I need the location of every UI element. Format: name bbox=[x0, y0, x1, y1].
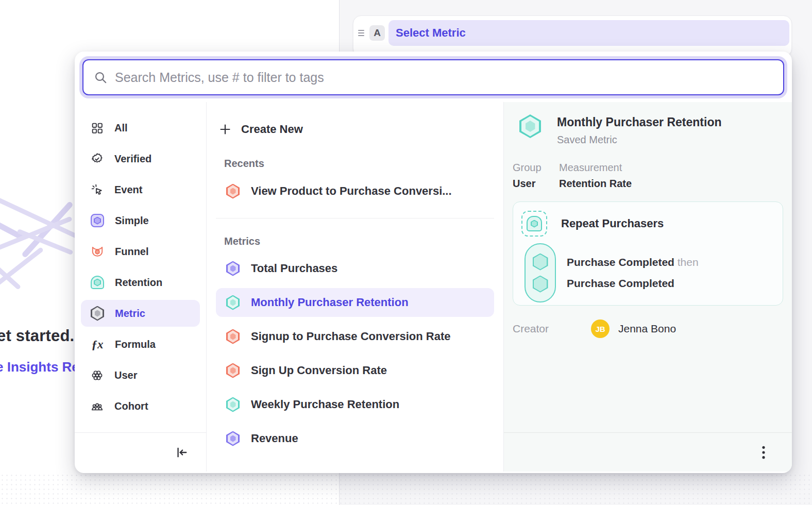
step-1: Purchase Completed then bbox=[567, 256, 699, 268]
sidebar-item-label: Verified bbox=[114, 153, 151, 165]
select-metric-button[interactable]: Select Metric bbox=[388, 20, 789, 46]
sidebar-item-label: Cohort bbox=[114, 400, 148, 412]
sidebar-item-label: User bbox=[114, 369, 137, 381]
metric-hexagon-icon bbox=[226, 295, 240, 310]
sidebar-item-label: Formula bbox=[115, 339, 156, 350]
creator-row: Creator JB Jenna Bono bbox=[513, 319, 783, 338]
event-hexagon-icon bbox=[533, 254, 548, 271]
sidebar-item-event[interactable]: Event bbox=[81, 176, 200, 203]
creator-label: Creator bbox=[513, 323, 591, 335]
metric-list-item[interactable]: Total Purchases bbox=[216, 254, 494, 283]
sidebar-item-label: Funnel bbox=[115, 246, 149, 258]
metric-hexagon-icon bbox=[226, 261, 240, 276]
event-icon bbox=[91, 183, 104, 196]
user-icon bbox=[91, 369, 104, 382]
retention-definition-icon bbox=[521, 211, 547, 237]
sidebar-item-metric[interactable]: Metric bbox=[81, 300, 200, 327]
plus-icon bbox=[219, 123, 231, 136]
metric-hexagon-icon bbox=[226, 397, 240, 412]
funnel-icon bbox=[91, 245, 104, 258]
drag-handle-icon[interactable] bbox=[358, 30, 366, 36]
sidebar-item-label: Metric bbox=[115, 308, 145, 319]
metric-hexagon-icon bbox=[226, 363, 240, 378]
sidebar-item-all[interactable]: All bbox=[81, 114, 200, 141]
sidebar-item-simple[interactable]: Simple bbox=[81, 207, 200, 234]
metric-icon bbox=[91, 306, 104, 321]
metric-list-item-selected[interactable]: Monthly Purchaser Retention bbox=[216, 288, 494, 317]
event-hexagon-icon bbox=[533, 276, 548, 293]
kebab-menu-icon[interactable] bbox=[757, 445, 770, 460]
definition-card: Repeat Purchasers Purchase Completed the… bbox=[513, 201, 783, 306]
search-input[interactable] bbox=[115, 60, 783, 94]
measurement-value: Retention Rate bbox=[559, 178, 632, 190]
retention-steps-capsule bbox=[525, 243, 556, 302]
screen: et started. e Insights Re A Select Metri… bbox=[0, 0, 812, 505]
recent-item-label: View Product to Purchase Conversi... bbox=[251, 184, 452, 198]
grid-icon bbox=[91, 122, 104, 134]
retention-icon bbox=[91, 276, 104, 289]
avatar: JB bbox=[591, 319, 610, 338]
sidebar-item-funnel[interactable]: Funnel bbox=[81, 238, 200, 265]
group-value: User bbox=[513, 178, 559, 190]
metric-picker-modal: All Verified Event bbox=[75, 52, 792, 473]
metric-hexagon-icon bbox=[226, 329, 240, 344]
formula-icon: ƒx bbox=[91, 339, 104, 350]
metrics-section-label: Metrics bbox=[216, 235, 494, 247]
background-illustration bbox=[0, 175, 77, 309]
sidebar-item-formula[interactable]: ƒx Formula bbox=[81, 331, 200, 358]
measurement-label: Measurement bbox=[559, 162, 632, 174]
collapse-sidebar-icon[interactable] bbox=[174, 445, 189, 460]
detail-subtitle: Saved Metric bbox=[557, 134, 721, 146]
metric-list-item[interactable]: Weekly Purchase Retention bbox=[216, 390, 494, 419]
sidebar-item-label: Simple bbox=[115, 215, 149, 227]
background-link-fragment[interactable]: e Insights Re bbox=[0, 359, 79, 375]
metric-list-item[interactable]: Sign Up Conversion Rate bbox=[216, 356, 494, 385]
sidebar-item-retention[interactable]: Retention bbox=[81, 269, 200, 296]
sidebar-item-verified[interactable]: Verified bbox=[81, 145, 200, 172]
simple-icon bbox=[91, 214, 104, 227]
background-headline-fragment: et started. bbox=[0, 327, 74, 345]
select-metric-label: Select Metric bbox=[396, 26, 466, 40]
recents-section-label: Recents bbox=[216, 158, 494, 170]
recent-item[interactable]: View Product to Purchase Conversi... bbox=[216, 177, 494, 206]
metric-list-item[interactable]: Signup to Purchase Conversion Rate bbox=[216, 322, 494, 351]
sidebar-item-label: All bbox=[114, 122, 128, 134]
creator-name: Jenna Bono bbox=[618, 323, 676, 335]
filter-sidebar: All Verified Event bbox=[75, 102, 207, 472]
create-new-label: Create New bbox=[241, 123, 303, 136]
verified-icon bbox=[91, 153, 104, 165]
sidebar-item-label: Retention bbox=[115, 277, 162, 289]
sidebar-item-cohort[interactable]: Cohort bbox=[81, 393, 200, 419]
funnel-hexagon-icon bbox=[226, 184, 240, 199]
search-icon bbox=[94, 71, 108, 85]
group-label: Group bbox=[513, 162, 559, 174]
metric-hexagon-icon bbox=[226, 431, 240, 446]
metric-list-column: Create New Recents View Product to Purch… bbox=[207, 102, 504, 472]
step-connector: then bbox=[678, 256, 699, 268]
detail-title: Monthly Purchaser Retention bbox=[557, 114, 721, 129]
create-new-button[interactable]: Create New bbox=[216, 117, 494, 142]
background-dot-pattern bbox=[0, 473, 812, 505]
step-2: Purchase Completed bbox=[567, 277, 699, 290]
metric-list-item[interactable]: Revenue bbox=[216, 424, 494, 453]
cohort-icon bbox=[91, 400, 104, 413]
sidebar-item-user[interactable]: User bbox=[81, 362, 200, 389]
metric-hexagon-icon bbox=[519, 114, 541, 138]
metric-detail-panel: Monthly Purchaser Retention Saved Metric… bbox=[504, 102, 792, 472]
row-letter-badge[interactable]: A bbox=[369, 25, 385, 41]
sidebar-item-label: Event bbox=[114, 184, 142, 196]
metric-row-card: A Select Metric bbox=[353, 15, 792, 57]
search-box bbox=[82, 59, 784, 95]
section-divider bbox=[216, 218, 494, 218]
definition-title: Repeat Purchasers bbox=[561, 217, 664, 230]
